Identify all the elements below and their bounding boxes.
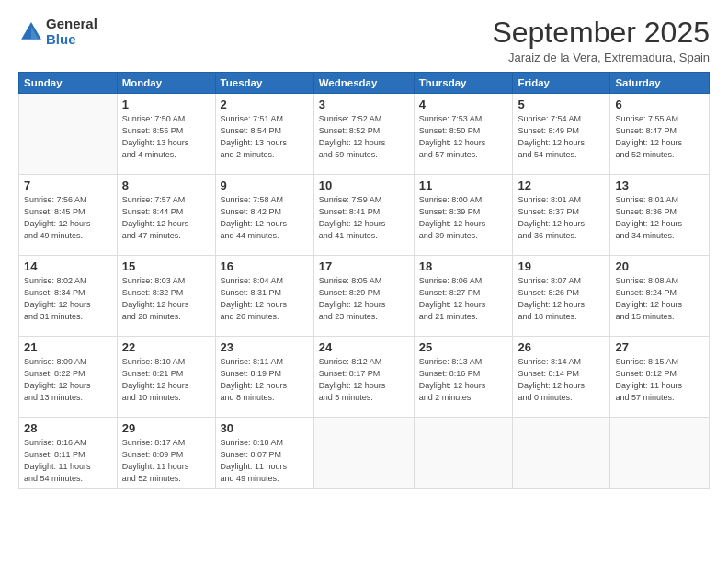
- day-info: Sunrise: 8:18 AMSunset: 8:07 PMDaylight:…: [221, 437, 309, 485]
- calendar-cell: 17Sunrise: 8:05 AMSunset: 8:29 PMDayligh…: [313, 256, 414, 337]
- day-info: Sunrise: 8:16 AMSunset: 8:11 PMDaylight:…: [24, 437, 112, 485]
- calendar-cell: 5Sunrise: 7:54 AMSunset: 8:49 PMDaylight…: [513, 94, 610, 175]
- day-info: Sunrise: 7:58 AMSunset: 8:42 PMDaylight:…: [221, 194, 309, 242]
- day-number: 23: [221, 340, 309, 354]
- day-info: Sunrise: 8:12 AMSunset: 8:17 PMDaylight:…: [319, 356, 409, 404]
- day-info: Sunrise: 8:08 AMSunset: 8:24 PMDaylight:…: [615, 275, 704, 323]
- day-info: Sunrise: 8:02 AMSunset: 8:34 PMDaylight:…: [24, 275, 112, 323]
- calendar-cell: 3Sunrise: 7:52 AMSunset: 8:52 PMDaylight…: [313, 94, 414, 175]
- day-info: Sunrise: 7:53 AMSunset: 8:50 PMDaylight:…: [419, 113, 508, 161]
- calendar-cell: 1Sunrise: 7:50 AMSunset: 8:55 PMDaylight…: [117, 94, 215, 175]
- location-subtitle: Jaraiz de la Vera, Extremadura, Spain: [492, 51, 710, 64]
- calendar-cell: 18Sunrise: 8:06 AMSunset: 8:27 PMDayligh…: [414, 256, 513, 337]
- day-info: Sunrise: 7:51 AMSunset: 8:54 PMDaylight:…: [221, 113, 309, 161]
- day-number: 10: [319, 178, 409, 192]
- day-number: 27: [615, 340, 704, 354]
- calendar-cell: 19Sunrise: 8:07 AMSunset: 8:26 PMDayligh…: [513, 256, 610, 337]
- calendar-cell: 25Sunrise: 8:13 AMSunset: 8:16 PMDayligh…: [414, 337, 513, 418]
- weekday-header-monday: Monday: [117, 73, 215, 94]
- day-number: 14: [24, 259, 112, 273]
- day-info: Sunrise: 8:01 AMSunset: 8:36 PMDaylight:…: [615, 194, 704, 242]
- day-number: 5: [518, 98, 605, 111]
- day-number: 6: [615, 98, 704, 111]
- calendar-cell: 14Sunrise: 8:02 AMSunset: 8:34 PMDayligh…: [19, 256, 118, 337]
- calendar-cell: 30Sunrise: 8:18 AMSunset: 8:07 PMDayligh…: [215, 418, 313, 489]
- day-info: Sunrise: 8:17 AMSunset: 8:09 PMDaylight:…: [122, 437, 210, 485]
- day-number: 8: [122, 178, 210, 192]
- calendar-cell: 7Sunrise: 7:56 AMSunset: 8:45 PMDaylight…: [19, 175, 118, 256]
- day-info: Sunrise: 8:05 AMSunset: 8:29 PMDaylight:…: [319, 275, 409, 323]
- day-info: Sunrise: 8:06 AMSunset: 8:27 PMDaylight:…: [419, 275, 508, 323]
- day-info: Sunrise: 7:59 AMSunset: 8:41 PMDaylight:…: [319, 194, 409, 242]
- day-number: 28: [24, 421, 112, 435]
- day-number: 1: [122, 98, 210, 111]
- calendar-cell: 22Sunrise: 8:10 AMSunset: 8:21 PMDayligh…: [117, 337, 215, 418]
- calendar-cell: 6Sunrise: 7:55 AMSunset: 8:47 PMDaylight…: [610, 94, 710, 175]
- day-number: 9: [221, 178, 309, 192]
- day-info: Sunrise: 8:07 AMSunset: 8:26 PMDaylight:…: [518, 275, 605, 323]
- day-number: 26: [518, 340, 605, 354]
- calendar-cell: 12Sunrise: 8:01 AMSunset: 8:37 PMDayligh…: [513, 175, 610, 256]
- calendar-cell: [513, 418, 610, 489]
- calendar-cell: 21Sunrise: 8:09 AMSunset: 8:22 PMDayligh…: [19, 337, 118, 418]
- day-number: 17: [319, 259, 409, 273]
- day-info: Sunrise: 8:09 AMSunset: 8:22 PMDaylight:…: [24, 356, 112, 404]
- logo-icon: [18, 19, 44, 45]
- day-info: Sunrise: 8:14 AMSunset: 8:14 PMDaylight:…: [518, 356, 605, 404]
- day-info: Sunrise: 7:54 AMSunset: 8:49 PMDaylight:…: [518, 113, 605, 161]
- day-info: Sunrise: 8:13 AMSunset: 8:16 PMDaylight:…: [419, 356, 508, 404]
- day-number: 25: [419, 340, 508, 354]
- day-info: Sunrise: 8:04 AMSunset: 8:31 PMDaylight:…: [221, 275, 309, 323]
- day-number: 15: [122, 259, 210, 273]
- weekday-header-thursday: Thursday: [414, 73, 513, 94]
- weekday-header-tuesday: Tuesday: [215, 73, 313, 94]
- day-number: 22: [122, 340, 210, 354]
- logo-general-text: General: [46, 17, 97, 32]
- weekday-header-wednesday: Wednesday: [313, 73, 414, 94]
- day-number: 16: [221, 259, 309, 273]
- weekday-header-sunday: Sunday: [19, 73, 118, 94]
- calendar-cell: 20Sunrise: 8:08 AMSunset: 8:24 PMDayligh…: [610, 256, 710, 337]
- month-title: September 2025: [492, 17, 710, 49]
- day-number: 7: [24, 178, 112, 192]
- day-info: Sunrise: 7:57 AMSunset: 8:44 PMDaylight:…: [122, 194, 210, 242]
- day-number: 12: [518, 178, 605, 192]
- day-info: Sunrise: 7:55 AMSunset: 8:47 PMDaylight:…: [615, 113, 704, 161]
- day-number: 18: [419, 259, 508, 273]
- day-number: 11: [419, 178, 508, 192]
- calendar-cell: 9Sunrise: 7:58 AMSunset: 8:42 PMDaylight…: [215, 175, 313, 256]
- calendar-cell: 8Sunrise: 7:57 AMSunset: 8:44 PMDaylight…: [117, 175, 215, 256]
- day-info: Sunrise: 8:10 AMSunset: 8:21 PMDaylight:…: [122, 356, 210, 404]
- day-info: Sunrise: 8:01 AMSunset: 8:37 PMDaylight:…: [518, 194, 605, 242]
- calendar-cell: 23Sunrise: 8:11 AMSunset: 8:19 PMDayligh…: [215, 337, 313, 418]
- calendar-cell: 26Sunrise: 8:14 AMSunset: 8:14 PMDayligh…: [513, 337, 610, 418]
- calendar-cell: [414, 418, 513, 489]
- logo: General Blue: [18, 17, 97, 47]
- calendar-table: SundayMondayTuesdayWednesdayThursdayFrid…: [18, 72, 710, 489]
- day-info: Sunrise: 8:15 AMSunset: 8:12 PMDaylight:…: [615, 356, 704, 404]
- calendar-cell: 4Sunrise: 7:53 AMSunset: 8:50 PMDaylight…: [414, 94, 513, 175]
- calendar-cell: 15Sunrise: 8:03 AMSunset: 8:32 PMDayligh…: [117, 256, 215, 337]
- calendar-cell: [313, 418, 414, 489]
- day-number: 21: [24, 340, 112, 354]
- day-number: 4: [419, 98, 508, 111]
- day-info: Sunrise: 7:50 AMSunset: 8:55 PMDaylight:…: [122, 113, 210, 161]
- calendar-cell: 10Sunrise: 7:59 AMSunset: 8:41 PMDayligh…: [313, 175, 414, 256]
- calendar-cell: 2Sunrise: 7:51 AMSunset: 8:54 PMDaylight…: [215, 94, 313, 175]
- day-info: Sunrise: 7:52 AMSunset: 8:52 PMDaylight:…: [319, 113, 409, 161]
- calendar-cell: 11Sunrise: 8:00 AMSunset: 8:39 PMDayligh…: [414, 175, 513, 256]
- day-number: 19: [518, 259, 605, 273]
- day-info: Sunrise: 7:56 AMSunset: 8:45 PMDaylight:…: [24, 194, 112, 242]
- calendar-cell: 28Sunrise: 8:16 AMSunset: 8:11 PMDayligh…: [19, 418, 118, 489]
- calendar-cell: 27Sunrise: 8:15 AMSunset: 8:12 PMDayligh…: [610, 337, 710, 418]
- calendar-cell: 24Sunrise: 8:12 AMSunset: 8:17 PMDayligh…: [313, 337, 414, 418]
- logo-blue-text: Blue: [46, 32, 97, 48]
- calendar-cell: 13Sunrise: 8:01 AMSunset: 8:36 PMDayligh…: [610, 175, 710, 256]
- day-info: Sunrise: 8:00 AMSunset: 8:39 PMDaylight:…: [419, 194, 508, 242]
- day-number: 3: [319, 98, 409, 111]
- calendar-cell: 29Sunrise: 8:17 AMSunset: 8:09 PMDayligh…: [117, 418, 215, 489]
- day-info: Sunrise: 8:11 AMSunset: 8:19 PMDaylight:…: [221, 356, 309, 404]
- calendar-cell: [610, 418, 710, 489]
- calendar-cell: 16Sunrise: 8:04 AMSunset: 8:31 PMDayligh…: [215, 256, 313, 337]
- day-number: 24: [319, 340, 409, 354]
